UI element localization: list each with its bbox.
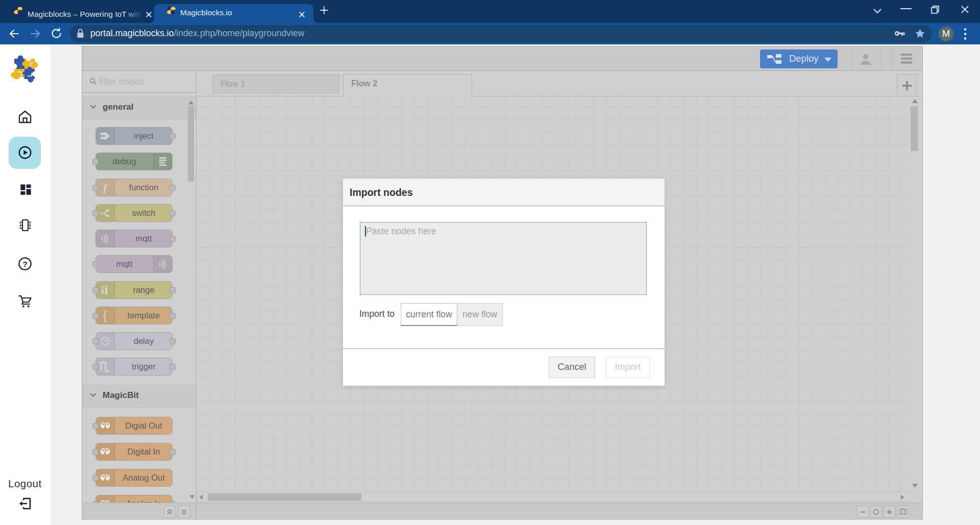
svg-text:{: { [103, 309, 107, 322]
svg-text:?: ? [22, 260, 27, 268]
svg-text:f: f [103, 182, 108, 194]
